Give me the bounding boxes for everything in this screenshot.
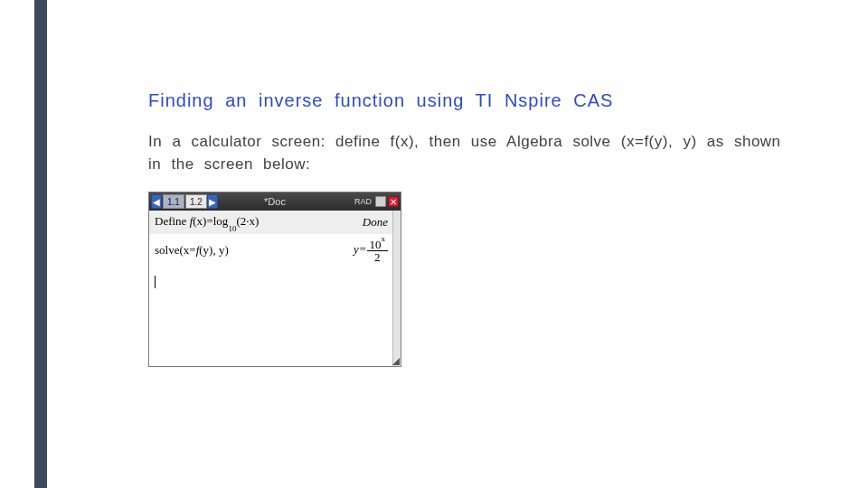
slide-accent-bar (34, 0, 47, 488)
fraction-num: 10x (367, 238, 389, 251)
text: Define (155, 214, 190, 228)
body-text: In a calculator screen: define f(x), the… (148, 131, 781, 175)
nav-prev-button[interactable]: ◀ (151, 194, 162, 209)
fn-arg: (x) (193, 214, 206, 228)
calc-row-2-result: y=10x2 (354, 238, 388, 263)
paren-close: ) (224, 243, 228, 257)
num-exp: x (382, 234, 386, 243)
angle-mode-badge: RAD (353, 197, 373, 206)
calc-scrollbar[interactable] (392, 211, 401, 366)
calc-titlebar: ◀ 1.1 1.2 ▶ *Doc RAD ✕ (149, 192, 401, 211)
calc-input-line[interactable] (149, 267, 401, 296)
solve-cmd: solve (155, 243, 179, 257)
xeq: x= (184, 243, 196, 257)
doc-icon[interactable] (375, 196, 386, 207)
yeq: y= (354, 242, 367, 256)
document-name: *Doc (264, 196, 286, 207)
farg: (y) (199, 243, 212, 257)
comma-y: , y (212, 243, 224, 257)
calculator-screenshot: ◀ 1.1 1.2 ▶ *Doc RAD ✕ Define f(x)=log10… (148, 192, 401, 367)
calc-row-1-input: Define f(x)=log10(2·x) (155, 214, 259, 230)
log-arg: (2·x) (236, 214, 259, 228)
log-base: 10 (228, 224, 236, 233)
calc-row-1[interactable]: Define f(x)=log10(2·x) Done (149, 211, 401, 234)
calc-row-1-result: Done (363, 215, 388, 230)
tab-1-2[interactable]: 1.2 (185, 194, 207, 209)
fraction: 10x2 (367, 238, 389, 263)
titlebar-right: RAD ✕ (353, 196, 401, 207)
tab-1-1[interactable]: 1.1 (163, 194, 184, 209)
nav-next-button[interactable]: ▶ (207, 194, 218, 209)
cursor-icon (155, 276, 156, 288)
resize-grip-icon (392, 358, 400, 365)
fraction-den: 2 (367, 251, 389, 263)
calc-row-2-input: solve(x=f(y), y) (155, 243, 229, 258)
heading: Finding an inverse function using TI Nsp… (148, 90, 781, 111)
num-base: 10 (370, 238, 382, 251)
slide-content: Finding an inverse function using TI Nsp… (148, 90, 781, 367)
close-icon[interactable]: ✕ (388, 196, 399, 207)
eq-log: =log (206, 214, 228, 228)
calc-body: Define f(x)=log10(2·x) Done solve(x=f(y)… (149, 211, 401, 366)
calc-row-2[interactable]: solve(x=f(y), y) y=10x2 (149, 234, 401, 267)
